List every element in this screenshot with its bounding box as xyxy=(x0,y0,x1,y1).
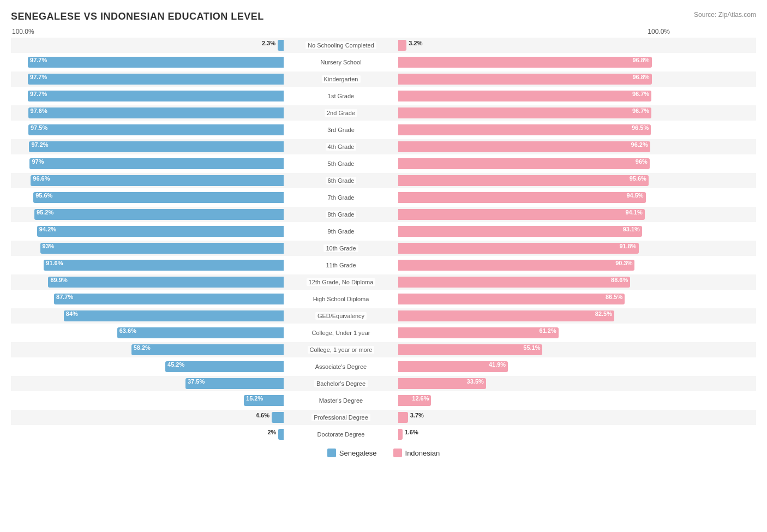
right-bar-section: 55.1% xyxy=(398,342,671,357)
bar-left: 58.2% xyxy=(131,344,284,355)
left-bar-section: 97.2% xyxy=(11,139,284,154)
bar-row: 97.5%3rd Grade96.5% xyxy=(11,122,756,138)
val-right-inside: 96.5% xyxy=(632,124,649,131)
right-bar-section: 3.7% xyxy=(398,410,671,425)
val-right-inside: 91.8% xyxy=(619,243,636,249)
bar-row: 84%GED/Equivalency82.5% xyxy=(11,308,756,324)
right-bar-section: 61.2% xyxy=(398,325,671,340)
bar-label: Professional Degree xyxy=(284,414,398,421)
val-right-inside: 90.3% xyxy=(615,260,632,266)
right-bar-section: 96.7% xyxy=(398,88,671,104)
bar-row: 97.6%2nd Grade96.7% xyxy=(11,105,756,121)
chart-container: SENEGALESE VS INDONESIAN EDUCATION LEVEL… xyxy=(11,11,756,457)
val-left-inside: 63.6% xyxy=(119,327,136,334)
bar-label: Doctorate Degree xyxy=(284,431,398,438)
val-right-inside: 95.6% xyxy=(630,175,646,182)
bar-left: 97.2% xyxy=(29,141,284,152)
val-left-inside: 97.5% xyxy=(31,124,47,131)
bar-row: 89.9%12th Grade, No Diploma88.6% xyxy=(11,274,756,290)
val-right-inside: 61.2% xyxy=(540,327,556,334)
bar-row: 87.7%High School Diploma86.5% xyxy=(11,291,756,307)
bar-label: 11th Grade xyxy=(284,261,398,269)
legend: Senegalese Indonesian xyxy=(11,449,756,457)
right-bar-section: 96.2% xyxy=(398,139,671,154)
bar-left: 84% xyxy=(64,310,284,321)
bar-row: 97.7%Nursery School96.8% xyxy=(11,55,756,70)
bar-row: 37.5%Bachelor's Degree33.5% xyxy=(11,376,756,391)
val-right-inside: 96.8% xyxy=(632,74,649,80)
val-right-outside: 3.2% xyxy=(409,40,422,46)
right-bar-section: 96.8% xyxy=(398,55,671,70)
bar-left: 97.6% xyxy=(28,107,284,118)
left-bar-section: 15.2% xyxy=(11,393,284,408)
left-bar-section: 96.6% xyxy=(11,173,284,188)
bar-right: 1.6% xyxy=(398,429,403,440)
left-bar-section: 97% xyxy=(11,156,284,171)
bar-label: 7th Grade xyxy=(284,194,398,201)
bar-right: 91.8% xyxy=(398,243,639,254)
left-bar-section: 97.7% xyxy=(11,71,284,87)
val-right-inside: 55.1% xyxy=(523,344,540,351)
bar-left: 89.9% xyxy=(48,277,284,288)
axis-right-label: 100.0% xyxy=(398,28,671,35)
right-bar-section: 86.5% xyxy=(398,291,671,307)
bar-label: College, Under 1 year xyxy=(284,329,398,337)
val-right-inside: 96% xyxy=(636,158,648,165)
bar-row: 63.6%College, Under 1 year61.2% xyxy=(11,325,756,340)
bar-row: 97%5th Grade96% xyxy=(11,156,756,171)
right-bar-section: 95.6% xyxy=(398,173,671,188)
bar-label: High School Diploma xyxy=(284,295,398,303)
left-bar-section: 97.5% xyxy=(11,122,284,138)
val-left-inside: 96.6% xyxy=(33,175,50,182)
left-bar-section: 93% xyxy=(11,241,284,256)
bar-left: 2.3% xyxy=(278,40,284,51)
bar-left: 97.5% xyxy=(28,124,284,135)
bar-right: 96.8% xyxy=(398,57,652,68)
right-bar-section: 96% xyxy=(398,156,671,171)
bar-right: 96% xyxy=(398,158,650,169)
left-bar-section: 87.7% xyxy=(11,291,284,307)
bar-label: 10th Grade xyxy=(284,244,398,252)
bar-row: 97.2%4th Grade96.2% xyxy=(11,139,756,154)
bar-right: 12.6% xyxy=(398,395,431,406)
bar-row: 15.2%Master's Degree12.6% xyxy=(11,393,756,408)
legend-box-senegalese xyxy=(327,449,336,457)
val-left-inside: 97% xyxy=(32,158,44,165)
left-bar-section: 37.5% xyxy=(11,376,284,391)
right-bar-section: 91.8% xyxy=(398,241,671,256)
axis-left-label: 100.0% xyxy=(11,28,284,35)
bar-left: 97.7% xyxy=(28,91,284,101)
bar-right: 95.6% xyxy=(398,175,649,186)
bar-label: Associate's Degree xyxy=(284,363,398,370)
legend-box-indonesian xyxy=(393,449,402,457)
val-right-inside: 94.1% xyxy=(625,209,642,216)
val-left-inside: 93% xyxy=(43,243,55,249)
bar-label: 1st Grade xyxy=(284,92,398,100)
val-left-inside: 97.2% xyxy=(31,141,48,148)
bar-row: 93%10th Grade91.8% xyxy=(11,241,756,256)
bar-label: No Schooling Completed xyxy=(284,41,398,49)
left-bar-section: 45.2% xyxy=(11,359,284,374)
bar-label: Nursery School xyxy=(284,58,398,66)
val-left-inside: 95.2% xyxy=(37,209,53,216)
val-left-outside: 2.3% xyxy=(262,40,275,46)
val-right-inside: 96.2% xyxy=(631,141,648,148)
left-bar-section: 2.3% xyxy=(11,38,284,53)
bar-label: 3rd Grade xyxy=(284,126,398,134)
bar-left: 97.7% xyxy=(28,57,284,68)
bar-right: 96.2% xyxy=(398,141,650,152)
bar-row: 96.6%6th Grade95.6% xyxy=(11,173,756,188)
bar-label: 12th Grade, No Diploma xyxy=(284,278,398,286)
bar-right: 96.8% xyxy=(398,74,652,85)
bar-row: 2.3%No Schooling Completed3.2% xyxy=(11,38,756,53)
bar-left: 63.6% xyxy=(117,327,284,338)
val-left-inside: 97.6% xyxy=(31,107,47,114)
val-left-inside: 89.9% xyxy=(50,277,67,283)
right-bar-section: 94.1% xyxy=(398,207,671,222)
bar-label: Kindergarten xyxy=(284,75,398,83)
bar-right: 96.7% xyxy=(398,91,651,101)
val-right-outside: 3.7% xyxy=(410,412,424,419)
bar-row: 4.6%Professional Degree3.7% xyxy=(11,410,756,425)
bar-row: 45.2%Associate's Degree41.9% xyxy=(11,359,756,374)
val-right-inside: 88.6% xyxy=(611,277,628,283)
